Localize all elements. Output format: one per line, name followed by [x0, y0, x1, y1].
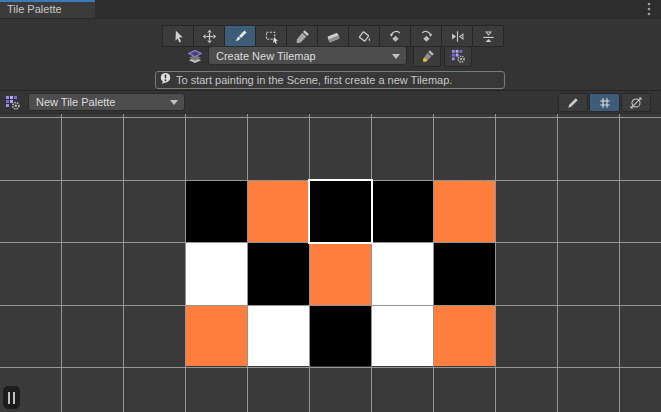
- palette-tile-r2-c2[interactable]: [310, 306, 371, 366]
- palette-tile-r0-c3[interactable]: [372, 181, 433, 242]
- chevron-down-icon: [392, 54, 400, 59]
- kebab-menu-icon[interactable]: [646, 2, 652, 16]
- tile-palette-icon: [5, 95, 22, 111]
- rotate-ccw-icon: [388, 29, 403, 44]
- tool-button-pick[interactable]: [287, 26, 317, 46]
- tool-button-flip-y[interactable]: [473, 26, 503, 46]
- palette-dropdown[interactable]: New Tile Palette: [28, 93, 185, 111]
- palette-bar: New Tile Palette: [0, 90, 661, 113]
- eyedropper-icon: [295, 29, 310, 44]
- palette-tile-r2-c3[interactable]: [372, 306, 433, 366]
- tab-bar: Tile Palette: [0, 0, 661, 18]
- tab-tile-palette[interactable]: Tile Palette: [0, 0, 95, 18]
- overlay-grip-handle[interactable]: [3, 386, 20, 409]
- palette-tile-r0-c0[interactable]: [186, 181, 247, 242]
- tool-button-erase[interactable]: [318, 26, 348, 46]
- info-bubble-icon: [159, 71, 172, 89]
- toggle-grid-button[interactable]: [589, 93, 620, 112]
- move-icon: [202, 29, 217, 44]
- grid-icon: [598, 96, 612, 110]
- palette-tile-r1-c2[interactable]: [310, 243, 371, 305]
- tilemap-settings-icon: [451, 49, 466, 64]
- palette-tile-r1-c1[interactable]: [248, 243, 309, 305]
- tool-button-move[interactable]: [194, 26, 224, 46]
- bucket-icon: [357, 29, 372, 44]
- toolbar: Create New Tilemap To start painting in …: [0, 18, 661, 90]
- rotate-cw-icon: [419, 29, 434, 44]
- palette-tile-r2-c4[interactable]: [434, 306, 495, 366]
- active-tilemap-value: Create New Tilemap: [216, 50, 316, 62]
- pick-new-brush-button[interactable]: [413, 46, 441, 67]
- tool-button-rotate-ccw[interactable]: [380, 26, 410, 46]
- tile-palette-window: Tile Palette Create New Tilemap To start…: [0, 0, 661, 412]
- palette-dropdown-value: New Tile Palette: [36, 96, 115, 108]
- info-message-box: To start painting in the Scene, first cr…: [155, 71, 505, 89]
- flip-horizontal-icon: [450, 29, 465, 44]
- flip-vertical-icon: [481, 29, 496, 44]
- pencil-icon: [566, 96, 580, 110]
- edit-palette-button[interactable]: [558, 93, 588, 112]
- active-tilemap-dropdown[interactable]: Create New Tilemap: [208, 46, 407, 65]
- palette-tile-r0-c1[interactable]: [248, 181, 309, 242]
- tool-button-flip-x[interactable]: [442, 26, 472, 46]
- palette-tile-r0-c2[interactable]: [310, 181, 371, 242]
- tilemap-layers-icon: [185, 49, 205, 64]
- palette-tile-r1-c0[interactable]: [186, 243, 247, 305]
- palette-tile-r1-c4[interactable]: [434, 243, 495, 305]
- tool-button-box-fill[interactable]: [256, 26, 286, 46]
- tool-button-select[interactable]: [163, 26, 193, 46]
- tool-row: [162, 25, 504, 47]
- gizmo-icon: [629, 96, 643, 110]
- tab-label: Tile Palette: [7, 3, 62, 15]
- cursor-icon: [171, 29, 186, 44]
- palette-tile-r1-c3[interactable]: [372, 243, 433, 305]
- palette-grid[interactable]: [0, 113, 661, 412]
- tilemap-settings-button[interactable]: [444, 46, 472, 67]
- tool-button-paint[interactable]: [225, 26, 255, 46]
- box-select-icon: [264, 29, 279, 44]
- gizmo-button[interactable]: [621, 93, 651, 112]
- grid-line-horizontal: [0, 117, 661, 118]
- palette-tile-r2-c0[interactable]: [186, 306, 247, 366]
- palette-tile-r0-c4[interactable]: [434, 181, 495, 242]
- eyedropper-star-icon: [420, 49, 435, 64]
- eraser-icon: [326, 29, 341, 44]
- grid-line-horizontal: [0, 367, 661, 368]
- brush-icon: [233, 29, 248, 44]
- tool-button-rotate-cw[interactable]: [411, 26, 441, 46]
- tool-button-fill[interactable]: [349, 26, 379, 46]
- info-message-text: To start painting in the Scene, first cr…: [176, 74, 452, 86]
- chevron-down-icon: [170, 100, 178, 105]
- palette-tile-r2-c1[interactable]: [248, 306, 309, 366]
